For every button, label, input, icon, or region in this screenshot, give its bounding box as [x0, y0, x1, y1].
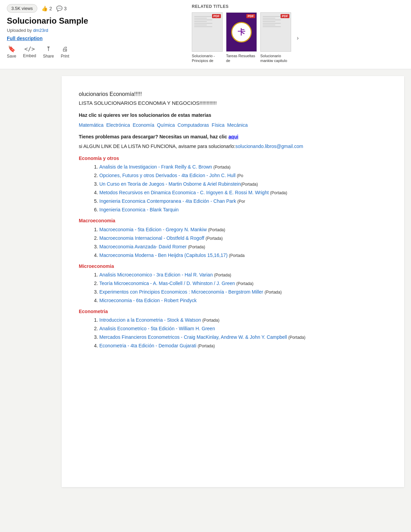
related-carousel: PDF Solucionario -Principios de — [192, 12, 404, 63]
subject-links-row: Matemática Electrónica Economía Química … — [79, 121, 387, 129]
macroeconomia-list: Macroeconomia - 5ta Edicion - Gregory N.… — [99, 226, 387, 259]
related-card-title-1: Solucionario -Principios de — [192, 53, 223, 63]
list-item: Microeconomia - 6ta Edicion - Robert Pin… — [99, 297, 387, 304]
share-button[interactable]: ⤒ Share — [43, 45, 54, 59]
list-item: Ingenieria Economica - Blank Tarquin — [99, 206, 387, 213]
list-item: Macroeconomia Internacional - Obstfeld &… — [99, 235, 387, 242]
related-thumb-1: PDF — [192, 12, 223, 52]
list-item: Ingenieria Economica Contemporanea - 4ta… — [99, 198, 387, 205]
related-card-2[interactable]: PDF 卡 Tareas Resueltasde — [226, 12, 257, 63]
book-link[interactable]: Macroeconomia Avanzada- David Romer — [99, 244, 187, 249]
doc-content: olucionarios Economía!!!!! LISTA SOLUCIO… — [79, 90, 387, 350]
book-link[interactable]: Introduccion a la Econometria - Stock & … — [99, 317, 201, 323]
portada-badge: (Portada) — [198, 344, 215, 348]
related-thumb-3: PDF — [260, 12, 291, 52]
list-item: Macroeconomia Moderna - Ben Heijdra (Cap… — [99, 252, 387, 259]
list-item: Econometria - 4ta Edición - Demodar Guja… — [99, 342, 387, 349]
portada-badge: (Portada — [229, 253, 245, 258]
subject-link-fisica[interactable]: Física — [212, 122, 224, 128]
book-link[interactable]: Econometria - 4ta Edición - Demodar Guja… — [99, 343, 196, 348]
book-link[interactable]: Un Curso en Teoría de Juegos - Martin Os… — [99, 181, 241, 187]
econometria-list: Introduccion a la Econometria - Stock & … — [99, 317, 387, 349]
book-link[interactable]: Experimentos con Principios Economicos :… — [99, 289, 263, 295]
book-link[interactable]: Analisis Econometrico - 5ta Edición - Wi… — [99, 326, 215, 331]
book-link[interactable]: Teoría Microeconomica - A. Mas-Collell /… — [99, 281, 235, 286]
list-item: Un Curso en Teoría de Juegos - Martin Os… — [99, 181, 387, 188]
subject-link-matematica[interactable]: Matemática — [79, 122, 103, 128]
subject-link-electronica[interactable]: Electrónica — [106, 122, 130, 128]
list-item: Analisis Microeconomico - 3ra Edicion - … — [99, 271, 387, 279]
book-link[interactable]: Macroeconomia - 5ta Edicion - Gregory N.… — [99, 227, 207, 232]
related-card-1[interactable]: PDF Solucionario -Principios de — [192, 12, 223, 63]
views-badge: 3.5K views — [7, 4, 37, 13]
full-description-link[interactable]: Full description — [7, 36, 42, 41]
list-item: Analisis Econometrico - 5ta Edición - Wi… — [99, 325, 387, 332]
bookmark-icon: 🔖 — [8, 45, 15, 53]
portada-badge: (Portada) — [264, 290, 282, 295]
book-link[interactable]: Ingenieria Economica - Blank Tarquin — [99, 207, 179, 212]
doc-heading-1: olucionarios Economía!!!!! — [79, 90, 387, 99]
embed-label: Embed — [23, 53, 36, 58]
book-link[interactable]: Analisis de la Investigacion - Frank Rei… — [99, 164, 212, 170]
comment-icon: 💬 — [56, 5, 63, 12]
related-card-3[interactable]: PDF Solucionariomankiw capitulo — [260, 12, 291, 63]
problems-prompt: Tienes problemas para descargar? Necesit… — [79, 133, 387, 140]
save-button[interactable]: 🔖 Save — [7, 45, 16, 59]
pdf-badge-2: PDF — [246, 14, 255, 18]
portada-badge: (Portada) — [202, 318, 220, 323]
portada-badge: (Portada) — [288, 335, 306, 340]
section-title-econometria: Econometria — [79, 308, 387, 315]
subject-link-economia[interactable]: Economía — [133, 122, 154, 128]
section-title-macroeconomia: Macroeconomia — [79, 217, 387, 224]
portada-badge: (Portada) — [208, 227, 225, 232]
doc-title: Solucionario Sample — [7, 16, 178, 26]
book-link[interactable]: Analisis Microeconomico - 3ra Edicion - … — [99, 272, 213, 277]
economia-list: Analisis de la Investigacion - Frank Rei… — [99, 163, 387, 213]
list-item: Experimentos con Principios Economicos :… — [99, 288, 387, 296]
portada-badge: (Portada) — [270, 190, 287, 195]
doc-content-area: olucionarios Economía!!!!! LISTA SOLUCIO… — [62, 76, 404, 487]
list-item: Mercados Financieros Econometricos - Cra… — [99, 334, 387, 341]
related-titles-panel: RELATED TITLES PDF — [192, 4, 404, 69]
subject-link-mecanica[interactable]: Mecánica — [227, 122, 248, 128]
portada-badge: (Portada) — [206, 236, 223, 241]
share-icon: ⤒ — [46, 45, 51, 53]
list-item: Opciones, Futuros y otros Derivados - 4t… — [99, 172, 387, 179]
list-item: Metodos Recursivos en Dinamica Economica… — [99, 189, 387, 196]
portada-badge: (Portada) — [213, 165, 231, 170]
book-link[interactable]: Metodos Recursivos en Dinamica Economica… — [99, 190, 269, 195]
related-thumb-2: PDF 卡 — [226, 12, 257, 52]
list-item: Teoría Microeconomica - A. Mas-Collell /… — [99, 280, 387, 287]
action-row: 🔖 Save </> Embed ⤒ Share 🖨 Print — [7, 45, 178, 59]
list-item: Macroeconomia - 5ta Edicion - Gregory N.… — [99, 226, 387, 233]
book-link[interactable]: Microeconomia - 6ta Edicion - Robert Pin… — [99, 298, 197, 303]
related-titles-label: RELATED TITLES — [192, 4, 404, 9]
portada-badge: (Po — [237, 173, 244, 178]
microeconomia-list: Analisis Microeconomico - 3ra Edicion - … — [99, 271, 387, 304]
subject-link-computadoras[interactable]: Computadoras — [177, 122, 209, 128]
book-link[interactable]: Opciones, Futuros y otros Derivados - 4t… — [99, 173, 236, 178]
book-link[interactable]: Mercados Financieros Econometricos - Cra… — [99, 334, 287, 340]
stats-row: 3.5K views 👍 2 💬 3 — [7, 4, 178, 13]
book-link[interactable]: Macroeconomia Moderna - Ben Heijdra (Cap… — [99, 252, 227, 258]
no-funciona-note: si ALGUN LINK DE LA LISTA NO FUNCIONA, a… — [79, 143, 387, 150]
aqui-link[interactable]: aqui — [228, 134, 238, 139]
likes-stat: 👍 2 — [41, 5, 52, 12]
portada-badge: (Por — [237, 199, 245, 204]
book-link[interactable]: Ingenieria Economica Contemporanea - 4ta… — [99, 198, 236, 204]
section-title-economia: Economía y otros — [79, 154, 387, 162]
thumbs-up-icon: 👍 — [41, 5, 48, 12]
carousel-next-button[interactable]: › — [295, 34, 301, 42]
list-item: Introduccion a la Econometria - Stock & … — [99, 317, 387, 324]
print-button[interactable]: 🖨 Print — [61, 46, 69, 59]
related-card-title-3: Solucionariomankiw capitulo — [260, 53, 291, 63]
author-link[interactable]: dm23rd — [33, 28, 48, 33]
doc-heading-2: LISTA SOLUCIONARIOS ECONOMIA Y NEGOCIOS!… — [79, 99, 387, 107]
subject-link-quimica[interactable]: Química — [157, 122, 175, 128]
email-link[interactable]: solucionando.libros@gmail.com — [235, 144, 303, 149]
share-label: Share — [43, 54, 54, 59]
book-link[interactable]: Macroeconomia Internacional - Obstfeld &… — [99, 235, 204, 241]
comments-stat: 💬 3 — [56, 5, 67, 12]
embed-button[interactable]: </> Embed — [23, 46, 36, 58]
save-label: Save — [7, 54, 16, 59]
